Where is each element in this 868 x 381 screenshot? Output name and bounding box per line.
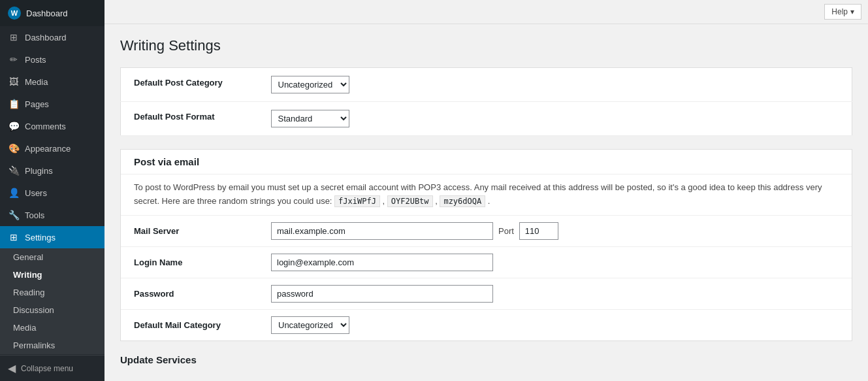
default-post-category-row: Default Post Category Uncategorized bbox=[121, 68, 852, 102]
sidebar-item-media[interactable]: 🖼 Media bbox=[0, 71, 104, 93]
posts-icon: ✏ bbox=[8, 54, 20, 65]
mail-server-field-group: Port bbox=[271, 222, 845, 240]
sidebar: W Dashboard ⊞ Dashboard ✏ Posts 🖼 Media … bbox=[0, 0, 104, 381]
appearance-icon: 🎨 bbox=[8, 142, 20, 154]
sidebar-item-label: Users bbox=[25, 188, 47, 198]
collapse-icon: ◀ bbox=[8, 362, 16, 374]
default-post-format-select[interactable]: Standard bbox=[271, 110, 349, 127]
sidebar-logo[interactable]: W Dashboard bbox=[0, 0, 104, 26]
password-input[interactable] bbox=[271, 285, 493, 303]
collapse-menu-button[interactable]: ◀ Collapse menu bbox=[0, 355, 104, 381]
port-input[interactable] bbox=[519, 222, 558, 240]
page-title: Writing Settings bbox=[120, 37, 852, 54]
default-post-category-label: Default Post Category bbox=[121, 68, 265, 102]
dashboard-icon: ⊞ bbox=[8, 31, 20, 43]
password-row: Password bbox=[121, 278, 852, 309]
sidebar-item-label: Settings bbox=[25, 233, 56, 242]
sidebar-item-appearance[interactable]: 🎨 Appearance bbox=[0, 137, 104, 159]
default-mail-category-label: Default Mail Category bbox=[121, 309, 265, 340]
collapse-label: Collapse menu bbox=[21, 364, 73, 373]
submenu-reading[interactable]: Reading bbox=[0, 284, 104, 301]
sidebar-item-posts[interactable]: ✏ Posts bbox=[0, 48, 104, 71]
submenu-discussion[interactable]: Discussion bbox=[0, 301, 104, 319]
users-icon: 👤 bbox=[8, 187, 20, 199]
port-label: Port bbox=[498, 226, 514, 236]
random-string-1: fJxiWPfJ bbox=[334, 195, 380, 207]
submenu-media[interactable]: Media bbox=[0, 319, 104, 337]
default-settings-table: Default Post Category Uncategorized Defa… bbox=[120, 67, 852, 136]
settings-icon: ⊞ bbox=[8, 231, 20, 243]
password-label: Password bbox=[121, 278, 265, 309]
plugins-icon: 🔌 bbox=[8, 165, 20, 176]
sidebar-item-label: Dashboard bbox=[25, 33, 67, 42]
help-chevron-icon bbox=[850, 7, 854, 16]
sidebar-item-pages[interactable]: 📋 Pages bbox=[0, 93, 104, 115]
media-icon: 🖼 bbox=[8, 76, 20, 88]
sidebar-item-settings[interactable]: ⊞ Settings bbox=[0, 226, 104, 248]
content-area: Writing Settings Default Post Category U… bbox=[104, 24, 868, 381]
default-post-format-label: Default Post Format bbox=[121, 102, 265, 136]
main-content: Help Writing Settings Default Post Categ… bbox=[104, 0, 868, 381]
comments-icon: 💬 bbox=[8, 120, 20, 132]
description-after-codes: . bbox=[488, 196, 490, 206]
sidebar-item-label: Tools bbox=[25, 210, 44, 220]
sidebar-item-label: Media bbox=[25, 77, 48, 87]
sidebar-logo-label: Dashboard bbox=[26, 8, 68, 18]
help-button[interactable]: Help bbox=[824, 4, 861, 20]
post-via-email-description: To post to WordPress by email you must s… bbox=[121, 174, 852, 216]
post-via-email-table: Mail Server Port Login Name bbox=[121, 216, 852, 340]
post-via-email-section: Post via email To post to WordPress by e… bbox=[120, 149, 852, 341]
submenu-general[interactable]: General bbox=[0, 248, 104, 266]
sidebar-item-label: Posts bbox=[25, 55, 46, 65]
sidebar-item-dashboard[interactable]: ⊞ Dashboard bbox=[0, 26, 104, 48]
mail-server-input[interactable] bbox=[271, 222, 493, 240]
topbar: Help bbox=[104, 0, 868, 24]
sidebar-item-users[interactable]: 👤 Users bbox=[0, 182, 104, 204]
pages-icon: 📋 bbox=[8, 98, 20, 110]
sidebar-item-comments[interactable]: 💬 Comments bbox=[0, 115, 104, 137]
login-name-row: Login Name bbox=[121, 246, 852, 278]
tools-icon: 🔧 bbox=[8, 209, 20, 221]
mail-server-label: Mail Server bbox=[121, 216, 265, 247]
sidebar-item-label: Pages bbox=[25, 99, 49, 109]
settings-submenu: General Writing Reading Discussion Media… bbox=[0, 248, 104, 354]
login-name-input[interactable] bbox=[271, 254, 493, 271]
post-via-email-heading: Post via email bbox=[121, 150, 852, 174]
default-post-format-row: Default Post Format Standard bbox=[121, 102, 852, 136]
sidebar-item-label: Comments bbox=[25, 122, 66, 131]
default-post-category-select[interactable]: Uncategorized bbox=[271, 76, 349, 93]
sidebar-item-plugins[interactable]: 🔌 Plugins bbox=[0, 159, 104, 182]
random-string-2: OYF2UBtw bbox=[387, 195, 433, 207]
default-mail-category-row: Default Mail Category Uncategorized bbox=[121, 309, 852, 340]
mail-server-row: Mail Server Port bbox=[121, 216, 852, 247]
random-string-3: mzy6dOQA bbox=[440, 195, 485, 207]
help-label: Help bbox=[831, 7, 848, 16]
submenu-permalinks[interactable]: Permalinks bbox=[0, 337, 104, 354]
update-services-heading: Update Services bbox=[120, 354, 852, 365]
login-name-label: Login Name bbox=[121, 246, 265, 278]
default-mail-category-select[interactable]: Uncategorized bbox=[271, 316, 349, 334]
sidebar-item-tools[interactable]: 🔧 Tools bbox=[0, 204, 104, 226]
sidebar-item-label: Appearance bbox=[25, 144, 71, 154]
sidebar-item-label: Plugins bbox=[25, 166, 53, 176]
submenu-writing[interactable]: Writing bbox=[0, 266, 104, 284]
wp-logo-icon: W bbox=[8, 7, 21, 20]
